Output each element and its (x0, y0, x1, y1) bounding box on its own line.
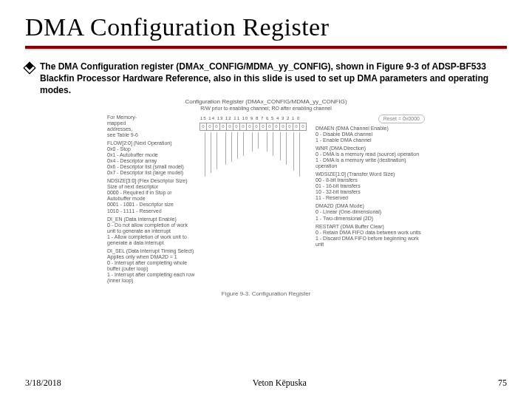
figure-subtitle: R/W prior to enabling channel; RO after … (107, 106, 425, 112)
figure-caption: Figure 9-3. Configuration Register (107, 290, 425, 297)
wnr-items: 0 - DMA is a memory read (source) operat… (316, 151, 425, 169)
flow-items: 0x0 - Stop 0x1 - Autobuffer mode 0x4 - D… (107, 146, 196, 176)
figure: Configuration Register (DMAx_CONFIG/MDMA… (107, 98, 425, 298)
page-title: DMA Configuration Register (25, 13, 507, 41)
figure-wrap: Configuration Register (DMAx_CONFIG/MDMA… (25, 98, 507, 298)
figure-title: Configuration Register (DMAx_CONFIG/MDMA… (107, 98, 425, 105)
mem-note: For Memory- mapped addresses, see Table … (107, 115, 196, 138)
footer: 3/18/2018 Veton Këpuska 75 (25, 378, 507, 389)
ndsize-sub: Size of next descriptor (107, 184, 196, 190)
dmaen-heading: DMAEN (DMA Channel Enable) (316, 126, 425, 132)
dien-items: 0 - Do not allow completion of work unit… (107, 222, 196, 246)
body: The DMA Configuration register (DMAx_CON… (25, 61, 507, 97)
dma2d-heading: DMA2D (DMA Mode) (316, 203, 425, 209)
wdsize-items: 00 - 8-bit transfers 01 - 16-bit transfe… (316, 177, 425, 201)
dmaen-items: 0 - Disable DMA channel 1 - Enable DMA c… (316, 132, 425, 143)
dien-heading: DI_EN (Data Interrupt Enable) (107, 216, 196, 222)
figure-right-column: Reset = 0x0000 DMAEN (DMA Channel Enable… (316, 115, 425, 286)
restart-heading: RESTART (DMA Buffer Clear) (316, 224, 425, 230)
flow-heading: FLOW[2:0] (Next Operation) (107, 140, 196, 146)
restart-items: 0 - Retain DMA FIFO data between work un… (316, 230, 425, 248)
bit-numbers: 15 14 13 12 11 10 9 8 7 6 5 4 3 2 1 0 (200, 116, 311, 121)
figure-left-column: For Memory- mapped addresses, see Table … (107, 115, 196, 286)
footer-date: 3/18/2018 (25, 378, 61, 389)
title-rule (25, 46, 507, 50)
wnr-heading: WNR (DMA Direction) (316, 146, 425, 151)
disel-items: 0 - Interrupt after completing whole buf… (107, 260, 196, 284)
bit-boxes: 0000000000000000 (200, 123, 311, 131)
wdsize-heading: WDSIZE[1:0] (Transfer Word Size) (316, 171, 425, 177)
ndsize-heading: NDSIZE[3:0] (Flex Descriptor Size) (107, 178, 196, 184)
disel-heading: DI_SEL (Data Interrupt Timing Select) (107, 248, 196, 254)
diamond-bullet-icon (24, 62, 36, 75)
disel-sub: Applies only when DMA2D = 1 (107, 254, 196, 260)
footer-page: 75 (498, 378, 507, 389)
bullet-text: The DMA Configuration register (DMAx_CON… (40, 61, 507, 97)
dma2d-items: 0 - Linear (One-dimensional) 1 - Two-dim… (316, 209, 425, 221)
reset-badge: Reset = 0x0000 (378, 115, 425, 123)
footer-author: Veton Këpuska (253, 378, 307, 389)
bit-wires (200, 132, 311, 184)
ndsize-items: 0000 - Required if in Stop or Autobuffer… (107, 190, 196, 214)
figure-mid-column: 15 14 13 12 11 10 9 8 7 6 5 4 3 2 1 0 00… (200, 115, 311, 286)
